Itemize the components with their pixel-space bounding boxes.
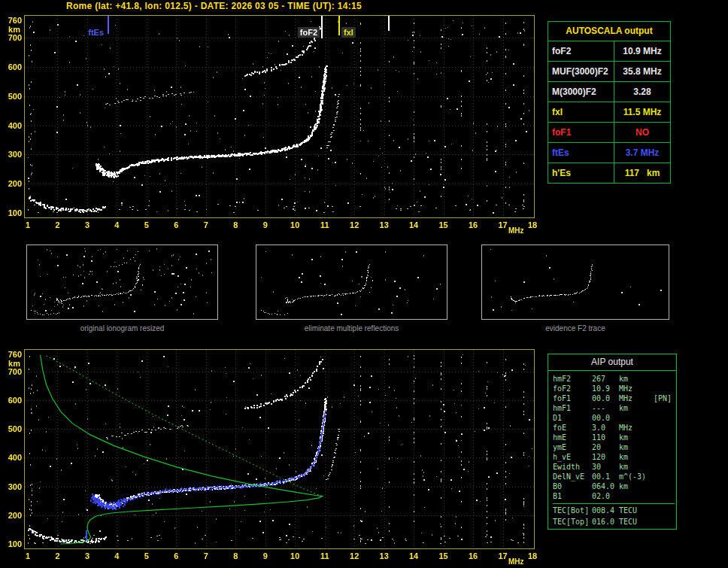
aip-param-unit	[619, 413, 654, 423]
autoscala-row-muf3000f2: MUF(3000)F2 35.8 MHz	[548, 62, 670, 82]
ionogram-plot	[0, 12, 544, 235]
autoscala-row-m3000f2: M(3000)F2 3.28	[548, 82, 670, 102]
aip-param-value: 00.0	[592, 393, 619, 403]
aip-param-unit: km	[619, 403, 654, 413]
autoscala-row-label: MUF(3000)F2	[548, 62, 614, 81]
autoscala-row-label: foF1	[548, 123, 614, 142]
aip-param-unit: km	[619, 374, 654, 384]
aip-output-title: AIP output	[548, 354, 676, 371]
aip-param-value: 30	[592, 462, 619, 472]
aip-param-value: 00.0	[592, 413, 619, 423]
autoscala-row-label: foF2	[548, 41, 614, 61]
aip-output-body: hmF2267km foF210.9MHz foF100.0MHz[PN] hm…	[548, 371, 676, 527]
aip-param-value: 20	[592, 442, 619, 452]
aip-row-fof1: foF100.0MHz[PN]	[553, 393, 675, 403]
autoscala-row-ftes: ftEs 3.7 MHz	[548, 143, 670, 163]
aip-param-extra	[654, 481, 675, 491]
aip-param-name: Ewidth	[553, 462, 592, 472]
autoscala-row-fof2: foF2 10.9 MHz	[548, 41, 670, 62]
aip-param-name: B1	[553, 491, 592, 501]
autoscala-row-label: M(3000)F2	[548, 82, 614, 102]
aip-row-tecbot: TEC[Bot]008.4TECU	[553, 503, 675, 517]
autoscala-row-value: 3.7 MHz	[614, 143, 670, 163]
aip-param-name: TEC[Bot]	[553, 506, 592, 517]
aip-param-name: B0	[553, 481, 592, 491]
aip-row-b1: B102.0	[553, 491, 675, 501]
aip-param-unit: TECU	[619, 506, 654, 517]
aip-param-extra	[654, 462, 675, 472]
autoscala-row-value: 10.9 MHz	[614, 41, 670, 61]
aip-row-foe: foE3.0MHz	[553, 423, 675, 433]
aip-param-value: 110	[592, 433, 619, 442]
aip-param-name: foF1	[553, 393, 592, 403]
aip-row-d1: D100.0	[553, 413, 675, 423]
aip-param-name: DelN_vE	[553, 472, 592, 481]
aip-param-unit: MHz	[619, 393, 654, 403]
thumbnail-caption-cleaned: eliminate multiple reflections	[256, 324, 447, 333]
aip-param-extra	[654, 491, 675, 501]
aip-param-extra	[654, 423, 675, 433]
aip-param-value: 02.0	[592, 491, 619, 501]
aip-param-extra	[654, 374, 675, 384]
aip-param-extra	[654, 433, 675, 442]
aip-param-name: foF2	[553, 384, 592, 393]
autoscala-row-value: 3.28	[614, 82, 670, 102]
aip-param-extra	[654, 403, 675, 413]
aip-param-name: hmF1	[553, 403, 592, 413]
aip-param-name: h_vE	[553, 452, 592, 462]
aip-param-value: ---	[592, 403, 619, 413]
thumbnail-caption-original: original ionogram resized	[26, 324, 218, 333]
aip-param-extra	[654, 506, 675, 517]
aip-param-unit: MHz	[619, 384, 654, 393]
autoscala-row-value: 35.8 MHz	[614, 62, 670, 81]
aip-param-unit: MHz	[619, 423, 654, 433]
aip-row-delnve: DelN_vE00.1m^(-3)	[553, 472, 675, 481]
aip-param-value: 00.1	[592, 472, 619, 481]
aip-param-value: 3.0	[592, 423, 619, 433]
aip-param-extra	[654, 413, 675, 423]
autoscala-row-value: 11.5 MHz	[614, 102, 670, 122]
aip-row-hmf2: hmF2267km	[553, 374, 675, 384]
aip-row-hme: hmE110km	[553, 433, 675, 442]
autoscala-output-title: AUTOSCALA output	[548, 22, 670, 41]
aip-row-b0: B0064.0km	[553, 481, 675, 491]
ionogram-profile-plot	[0, 345, 544, 567]
aip-param-value: 008.4	[592, 506, 619, 517]
thumbnail-original-ionogram	[26, 245, 218, 320]
autoscala-app-window: Rome (lat: +41.8, lon: 012.5) - DATE: 20…	[0, 0, 728, 568]
thumbnail-multiple-reflections-removed	[256, 245, 447, 320]
aip-row-ewidth: Ewidth30km	[553, 462, 675, 472]
aip-param-value: 120	[592, 452, 619, 462]
autoscala-row-fof1: foF1 NO	[548, 123, 670, 143]
aip-param-unit: km	[619, 442, 654, 452]
aip-param-value: 064.0	[592, 481, 619, 491]
aip-param-value: 10.9	[592, 384, 619, 393]
aip-param-extra: [PN]	[654, 393, 675, 403]
aip-param-name: TEC[Top]	[553, 517, 592, 527]
aip-param-unit: km	[619, 433, 654, 442]
aip-row-tectop: TEC[Top]016.0TECU	[553, 517, 675, 527]
autoscala-output-panel: AUTOSCALA output foF2 10.9 MHz MUF(3000)…	[548, 21, 671, 184]
aip-row-fof2: foF210.9MHz	[553, 384, 675, 393]
autoscala-row-value: NO	[614, 123, 670, 142]
aip-param-name: ymE	[553, 442, 592, 452]
aip-row-hmf1: hmF1---km	[553, 403, 675, 413]
aip-param-extra	[654, 452, 675, 462]
aip-param-unit: km	[619, 452, 654, 462]
autoscala-row-fxi: fxI 11.5 MHz	[548, 102, 670, 123]
aip-param-extra	[654, 472, 675, 481]
aip-row-yme: ymE20km	[553, 442, 675, 452]
aip-param-unit: m^(-3)	[619, 472, 654, 481]
aip-param-unit: km	[619, 481, 654, 491]
aip-param-unit: km	[619, 462, 654, 472]
thumbnail-caption-f2trace: evidence F2 trace	[481, 324, 669, 333]
thumbnail-f2-trace	[481, 245, 669, 320]
autoscala-row-label: fxI	[548, 102, 614, 122]
aip-param-extra	[654, 442, 675, 452]
aip-param-name: hmF2	[553, 374, 592, 384]
aip-output-panel: AIP output hmF2267km foF210.9MHz foF100.…	[548, 354, 677, 530]
aip-param-name: hmE	[553, 433, 592, 442]
autoscala-row-hes: h'Es 117 km	[548, 163, 670, 183]
aip-param-name: D1	[553, 413, 592, 423]
aip-param-extra	[654, 517, 675, 527]
